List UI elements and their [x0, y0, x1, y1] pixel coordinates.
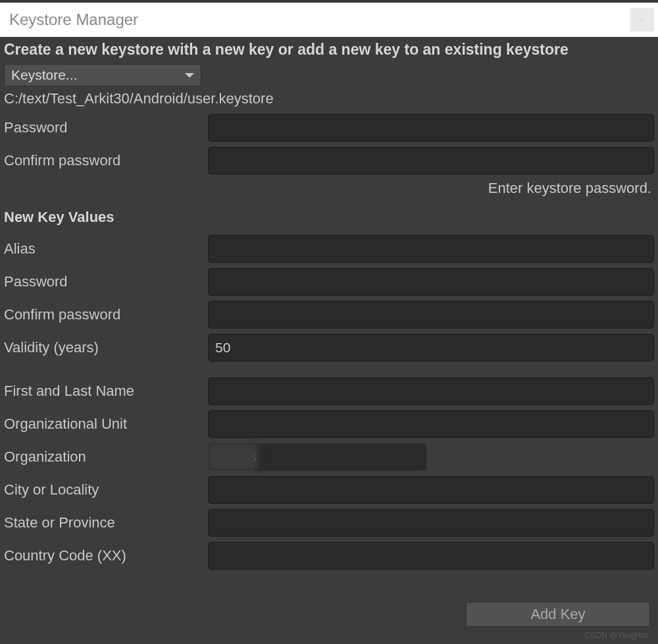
- city-row: City or Locality: [4, 476, 654, 504]
- state-row: State or Province: [4, 509, 654, 537]
- window-title: Keystore Manager: [9, 11, 138, 29]
- country-row: Country Code (XX): [4, 542, 654, 570]
- alias-row: Alias: [4, 235, 654, 263]
- keystore-hint: Enter keystore password.: [4, 180, 651, 197]
- keystore-path: C:/text/Test_Arkit30/Android/user.keysto…: [4, 90, 654, 107]
- keystore-confirm-label: Confirm password: [4, 152, 208, 169]
- add-key-label: Add Key: [530, 606, 585, 623]
- keystore-confirm-row: Confirm password: [4, 147, 654, 174]
- keystore-dropdown[interactable]: Keystore...: [4, 64, 201, 86]
- keystore-password-row: Password: [4, 114, 654, 142]
- state-label: State or Province: [4, 514, 208, 531]
- validity-label: Validity (years): [4, 339, 208, 356]
- obscured-region: [208, 443, 258, 471]
- key-confirm-label: Confirm password: [4, 306, 208, 323]
- city-input[interactable]: [208, 476, 654, 504]
- key-password-row: Password: [4, 268, 654, 296]
- keystore-confirm-input[interactable]: [208, 147, 654, 174]
- keystore-password-input[interactable]: [208, 114, 654, 142]
- firstname-row: First and Last Name: [4, 377, 654, 405]
- chevron-down-icon: [185, 73, 194, 78]
- org-row: Organization: [4, 443, 654, 471]
- close-button[interactable]: ×: [630, 8, 654, 32]
- alias-input[interactable]: [208, 235, 654, 263]
- close-icon: ×: [639, 13, 646, 27]
- firstname-input[interactable]: [208, 377, 654, 405]
- org-label: Organization: [4, 448, 208, 466]
- validity-input[interactable]: [208, 334, 654, 362]
- content-area: Create a new keystore with a new key or …: [0, 37, 658, 570]
- titlebar: Keystore Manager ×: [0, 0, 658, 37]
- key-confirm-row: Confirm password: [4, 301, 654, 329]
- orgunit-input[interactable]: [208, 410, 654, 438]
- section-title: New Key Values: [4, 209, 654, 226]
- footer: Add Key: [466, 602, 650, 627]
- alias-label: Alias: [4, 240, 208, 257]
- validity-row: Validity (years): [4, 334, 654, 362]
- add-key-button[interactable]: Add Key: [466, 602, 650, 627]
- key-confirm-input[interactable]: [208, 301, 654, 329]
- state-input[interactable]: [208, 509, 654, 537]
- country-input[interactable]: [208, 542, 654, 570]
- page-heading: Create a new keystore with a new key or …: [4, 41, 654, 59]
- firstname-label: First and Last Name: [4, 383, 208, 400]
- city-label: City or Locality: [4, 481, 208, 498]
- watermark: CSDN @YangHcc: [585, 631, 649, 640]
- dropdown-label: Keystore...: [11, 67, 77, 83]
- country-label: Country Code (XX): [4, 547, 208, 564]
- orgunit-label: Organizational Unit: [4, 416, 208, 433]
- orgunit-row: Organizational Unit: [4, 410, 654, 438]
- key-password-label: Password: [4, 273, 208, 290]
- key-password-input[interactable]: [208, 268, 654, 296]
- keystore-password-label: Password: [4, 119, 208, 136]
